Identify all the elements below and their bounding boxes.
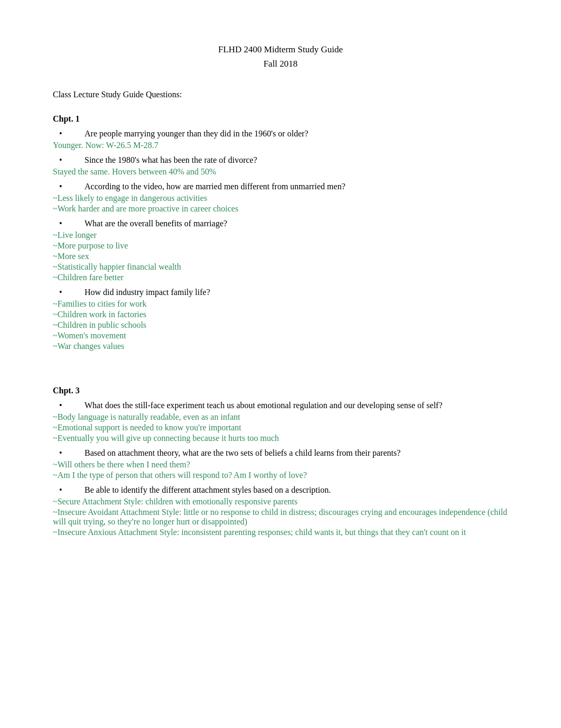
answer-1-4-2: ~More purpose to live [53, 241, 508, 251]
answer-1-3-2: ~Work harder and are more proactive in c… [53, 204, 508, 214]
intro-label: Class Lecture Study Guide Questions: [53, 90, 508, 99]
answer-1-2-1: Stayed the same. Hovers between 40% and … [53, 167, 508, 177]
answer-2-3-2: ~Insecure Avoidant Attachment Style: lit… [53, 508, 508, 527]
bullet-icon: • [53, 182, 85, 191]
question-item-1-5: •How did industry impact family life? [53, 288, 508, 297]
page-title-line1: FLHD 2400 Midterm Study Guide [53, 42, 508, 57]
page-header: FLHD 2400 Midterm Study Guide Fall 2018 [53, 42, 508, 71]
answer-2-2-2: ~Am I the type of person that others wil… [53, 471, 508, 480]
answer-2-2-1: ~Will others be there when I need them? [53, 460, 508, 469]
answer-2-3-3: ~Insecure Anxious Attachment Style: inco… [53, 528, 508, 537]
question-item-1-4: •What are the overall benefits of marria… [53, 219, 508, 228]
question-text: What does the still-face experiment teac… [85, 401, 508, 410]
answer-1-4-3: ~More sex [53, 252, 508, 261]
answer-2-1-2: ~Emotional support is needed to know you… [53, 423, 508, 432]
answer-2-3-1: ~Secure Attachment Style: children with … [53, 497, 508, 506]
question-text: Since the 1980's what has been the rate … [85, 155, 508, 165]
question-item-2-1: •What does the still-face experiment tea… [53, 401, 508, 410]
answer-1-5-4: ~Women's movement [53, 331, 508, 340]
answer-1-4-4: ~Statistically happier financial wealth [53, 262, 508, 272]
answer-1-4-5: ~Children fare better [53, 273, 508, 282]
answer-1-1-1: Younger. Now: W-26.5 M-28.7 [53, 141, 508, 150]
question-item-2-2: •Based on attachment theory, what are th… [53, 448, 508, 458]
bullet-icon: • [53, 485, 85, 495]
question-text: What are the overall benefits of marriag… [85, 219, 508, 228]
question-text: Be able to identify the different attach… [85, 485, 508, 495]
question-item-1-2: •Since the 1980's what has been the rate… [53, 155, 508, 165]
question-text: How did industry impact family life? [85, 288, 508, 297]
page-title-line2: Fall 2018 [53, 57, 508, 71]
answer-2-1-3: ~Eventually you will give up connecting … [53, 434, 508, 443]
chapter-2: Chpt. 3•What does the still-face experim… [53, 361, 508, 542]
question-text: Based on attachment theory, what are the… [85, 448, 508, 458]
bullet-icon: • [53, 129, 85, 139]
answer-1-4-1: ~Live longer [53, 231, 508, 240]
bullet-icon: • [53, 155, 85, 165]
bullet-icon: • [53, 219, 85, 228]
question-item-1-3: •According to the video, how are married… [53, 182, 508, 191]
bullet-icon: • [53, 448, 85, 458]
bullet-icon: • [53, 288, 85, 297]
answer-1-5-5: ~War changes values [53, 342, 508, 351]
chapter-heading-1: Chpt. 1 [53, 114, 508, 124]
answer-1-5-3: ~Children in public schools [53, 320, 508, 330]
answer-1-3-1: ~Less likely to engage in dangerous acti… [53, 193, 508, 203]
question-text: According to the video, how are married … [85, 182, 508, 191]
chapter-heading-2: Chpt. 3 [53, 386, 508, 395]
answer-2-1-1: ~Body language is naturally readable, ev… [53, 412, 508, 422]
question-item-1-1: •Are people marrying younger than they d… [53, 129, 508, 139]
question-text: Are people marrying younger than they di… [85, 129, 508, 139]
answer-1-5-2: ~Children work in factories [53, 310, 508, 319]
answer-1-5-1: ~Families to cities for work [53, 299, 508, 309]
question-item-2-3: •Be able to identify the different attac… [53, 485, 508, 495]
chapters-container: Chpt. 1•Are people marrying younger than… [53, 114, 508, 542]
chapter-1: Chpt. 1•Are people marrying younger than… [53, 114, 508, 356]
bullet-icon: • [53, 401, 85, 410]
